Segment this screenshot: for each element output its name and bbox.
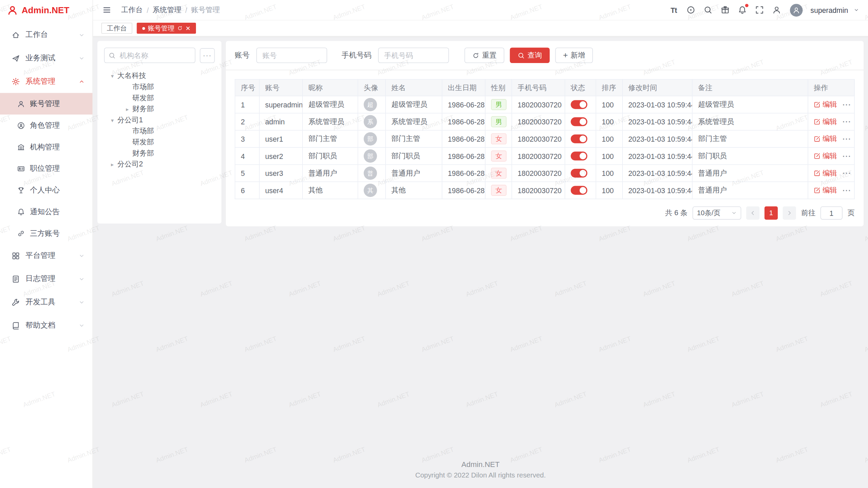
status-toggle[interactable] xyxy=(571,118,587,126)
cell-account: user1 xyxy=(259,130,302,147)
sidebar-item-business-test[interactable]: 业务测试 xyxy=(0,46,93,70)
page-number-button[interactable]: 1 xyxy=(765,206,778,220)
caret-down-icon[interactable]: ▾ xyxy=(109,117,116,123)
tree-node[interactable]: 研发部 xyxy=(104,137,215,148)
tree-node[interactable]: ▾分公司1 xyxy=(104,115,215,126)
sidebar-item-position-management[interactable]: 职位管理 xyxy=(0,158,93,179)
sidebar-item-system-management[interactable]: 系统管理 xyxy=(0,70,93,93)
sidebar-item-role-management[interactable]: 角色管理 xyxy=(0,115,93,136)
profile-button[interactable] xyxy=(770,3,783,17)
more-button[interactable]: ··· xyxy=(843,152,851,160)
next-page-button[interactable] xyxy=(783,206,796,220)
status-toggle[interactable] xyxy=(571,186,587,195)
status-toggle[interactable] xyxy=(571,100,587,109)
add-button[interactable]: + 新增 xyxy=(555,47,593,63)
close-icon[interactable]: ✕ xyxy=(185,25,191,31)
edit-button[interactable]: 编辑 xyxy=(814,100,837,109)
more-button[interactable]: ··· xyxy=(843,118,851,126)
tab-workbench[interactable]: 工作台 xyxy=(101,23,132,34)
sidebar-item-platform-management[interactable]: 平台管理 xyxy=(0,244,93,267)
sidebar-item-dev-tools[interactable]: 开发工具 xyxy=(0,290,93,314)
sidebar-item-notice[interactable]: 通知公告 xyxy=(0,201,93,223)
sidebar-item-third-party-account[interactable]: 三方账号 xyxy=(0,222,93,244)
edit-button[interactable]: 编辑 xyxy=(814,151,837,161)
sidebar-item-personal-center[interactable]: 个人中心 xyxy=(0,179,93,201)
menu-collapse-button[interactable] xyxy=(101,4,113,16)
tree-node[interactable]: 市场部 xyxy=(104,126,215,137)
font-size-button[interactable]: Tt xyxy=(667,3,680,17)
table-row: 1 superadmin 超级管理员 超 超级管理员 1986-06-28 男 … xyxy=(235,96,854,113)
breadcrumb-item[interactable]: 工作台 xyxy=(121,5,143,15)
goto-page-input[interactable] xyxy=(821,206,843,220)
more-button[interactable]: ··· xyxy=(843,100,851,108)
tab-account-management[interactable]: 账号管理 ✕ xyxy=(137,23,196,34)
system-submenu: 账号管理 角色管理 机构管理 职位管理 个人中心 xyxy=(0,93,93,244)
tree-node[interactable]: ▸财务部 xyxy=(104,103,215,115)
sidebar-item-account-management[interactable]: 账号管理 xyxy=(0,93,93,115)
breadcrumb-item[interactable]: 系统管理 xyxy=(153,5,181,15)
caret-down-icon[interactable]: ▾ xyxy=(109,73,116,79)
tree-node[interactable]: 财务部 xyxy=(104,148,215,159)
caret-right-icon[interactable]: ▸ xyxy=(109,161,116,167)
chevron-down-icon[interactable] xyxy=(854,7,859,13)
phone-filter-input[interactable] xyxy=(378,47,449,63)
edit-button[interactable]: 编辑 xyxy=(814,168,837,178)
avatar: 普 xyxy=(364,166,377,180)
query-button[interactable]: 查询 xyxy=(510,47,550,63)
chevron-down-icon xyxy=(79,322,85,328)
logo-text: Admin.NET xyxy=(22,5,70,15)
search-button[interactable] xyxy=(702,3,715,17)
more-button[interactable]: ··· xyxy=(843,186,851,194)
user-icon xyxy=(17,100,25,108)
breadcrumb-separator: / xyxy=(185,6,187,14)
org-search-input[interactable] xyxy=(104,47,195,63)
tree-node[interactable]: ▸分公司2 xyxy=(104,159,215,170)
edit-button[interactable]: 编辑 xyxy=(814,117,837,126)
tree-node[interactable]: 市场部 xyxy=(104,81,215,93)
cell-birthdate: 1986-06-28 xyxy=(442,113,485,130)
fullscreen-button[interactable] xyxy=(753,3,766,17)
sidebar-item-log-management[interactable]: 日志管理 xyxy=(0,267,93,291)
chevron-down-icon xyxy=(79,299,85,305)
username-label[interactable]: superadmin xyxy=(810,6,848,14)
notifications-button[interactable] xyxy=(736,3,749,17)
status-toggle[interactable] xyxy=(571,152,587,161)
theme-button[interactable] xyxy=(684,3,697,17)
cell-modified: 2023-01-03 10:59:44 xyxy=(623,147,692,165)
sidebar-item-help-docs[interactable]: 帮助文档 xyxy=(0,314,93,337)
sidebar-item-org-management[interactable]: 机构管理 xyxy=(0,136,93,158)
prev-page-button[interactable] xyxy=(746,206,760,220)
column-header: 账号 xyxy=(259,79,302,96)
edit-button[interactable]: 编辑 xyxy=(814,134,837,144)
edit-button[interactable]: 编辑 xyxy=(814,185,837,195)
refresh-icon[interactable] xyxy=(177,25,182,31)
gift-button[interactable] xyxy=(718,3,732,17)
more-button[interactable]: ··· xyxy=(843,135,851,143)
trophy-icon xyxy=(17,186,25,194)
topbar: 工作台 / 系统管理 / 账号管理 Tt superadmin xyxy=(93,0,868,20)
chevron-down-icon xyxy=(79,252,85,259)
cell-account: admin xyxy=(259,113,302,130)
sidebar-item-workbench[interactable]: 工作台 xyxy=(0,23,93,47)
caret-right-icon[interactable]: ▸ xyxy=(124,106,131,112)
cell-birthdate: 1986-06-28 xyxy=(442,96,485,113)
page-size-select[interactable]: 10条/页 xyxy=(692,206,741,220)
tree-node[interactable]: 研发部 xyxy=(104,93,215,104)
more-button[interactable]: ··· xyxy=(843,169,851,177)
edit-label: 编辑 xyxy=(823,168,837,178)
logo[interactable]: Admin.NET xyxy=(0,0,93,20)
cell-name: 超级管理员 xyxy=(386,96,442,113)
status-toggle[interactable] xyxy=(571,169,587,178)
tree-node-label: 财务部 xyxy=(132,104,154,114)
cell-nickname: 超级管理员 xyxy=(302,96,358,113)
status-toggle[interactable] xyxy=(571,135,587,143)
org-more-button[interactable]: ··· xyxy=(200,48,215,63)
cell-order: 100 xyxy=(596,182,623,199)
table-row: 6 user4 其他 其 其他 1986-06-28 女 18020030720 xyxy=(235,182,854,199)
gift-icon xyxy=(721,5,730,14)
tree-node[interactable]: ▾大名科技 xyxy=(104,70,215,81)
reset-button[interactable]: 重置 xyxy=(465,47,505,63)
cell-remark: 部门职员 xyxy=(692,147,808,165)
account-filter-input[interactable] xyxy=(256,47,327,63)
user-avatar[interactable] xyxy=(790,4,803,17)
